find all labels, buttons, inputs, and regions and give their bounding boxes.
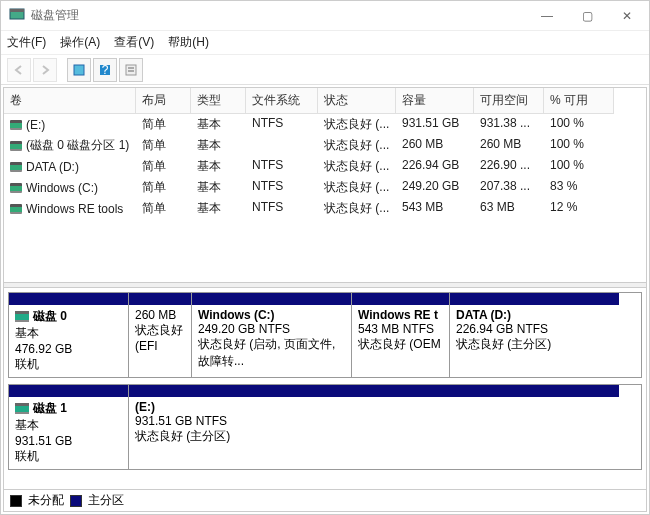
disk-label: 磁盘 1基本931.51 GB联机 bbox=[9, 385, 129, 469]
cell-free: 931.38 ... bbox=[474, 114, 544, 135]
cell-type: 基本 bbox=[191, 156, 246, 177]
help-button[interactable]: ? bbox=[93, 58, 117, 82]
table-row[interactable]: (磁盘 0 磁盘分区 1)简单基本状态良好 (...260 MB260 MB10… bbox=[4, 135, 646, 156]
volume-list-pane: 卷 布局 类型 文件系统 状态 容量 可用空间 % 可用 (E:)简单基本NTF… bbox=[4, 88, 646, 282]
cell-type: 基本 bbox=[191, 135, 246, 156]
cell-volume: Windows RE tools bbox=[26, 202, 123, 216]
col-type[interactable]: 类型 bbox=[191, 88, 246, 114]
cell-volume: Windows (C:) bbox=[26, 181, 98, 195]
cell-status: 状态良好 (... bbox=[318, 156, 396, 177]
cell-fs: NTFS bbox=[246, 177, 318, 198]
close-button[interactable]: ✕ bbox=[607, 1, 647, 31]
cell-status: 状态良好 (... bbox=[318, 177, 396, 198]
disk-label: 磁盘 0基本476.92 GB联机 bbox=[9, 293, 129, 377]
disk-row[interactable]: 磁盘 1基本931.51 GB联机(E:)931.51 GB NTFS状态良好 … bbox=[8, 384, 642, 470]
col-volume[interactable]: 卷 bbox=[4, 88, 136, 114]
col-free[interactable]: 可用空间 bbox=[474, 88, 544, 114]
cell-free: 260 MB bbox=[474, 135, 544, 156]
cell-free: 226.90 ... bbox=[474, 156, 544, 177]
table-row[interactable]: Windows RE tools简单基本NTFS状态良好 (...543 MB6… bbox=[4, 198, 646, 219]
table-row[interactable]: (E:)简单基本NTFS状态良好 (...931.51 GB931.38 ...… bbox=[4, 114, 646, 135]
cell-volume: (磁盘 0 磁盘分区 1) bbox=[26, 137, 129, 154]
cell-fs: NTFS bbox=[246, 198, 318, 219]
disk-map-pane: 磁盘 0基本476.92 GB联机260 MB状态良好 (EFIWindows … bbox=[4, 288, 646, 490]
legend-unallocated: 未分配 bbox=[28, 492, 64, 509]
legend: 未分配 主分区 bbox=[4, 489, 646, 511]
cell-status: 状态良好 (... bbox=[318, 114, 396, 135]
col-status[interactable]: 状态 bbox=[318, 88, 396, 114]
cell-fs: NTFS bbox=[246, 114, 318, 135]
cell-fs bbox=[246, 135, 318, 156]
cell-capacity: 249.20 GB bbox=[396, 177, 474, 198]
partition[interactable]: 260 MB状态良好 (EFI bbox=[129, 293, 191, 377]
legend-primary: 主分区 bbox=[88, 492, 124, 509]
cell-layout: 简单 bbox=[136, 156, 191, 177]
maximize-button[interactable]: ▢ bbox=[567, 1, 607, 31]
volume-icon bbox=[10, 162, 22, 172]
cell-layout: 简单 bbox=[136, 135, 191, 156]
cell-status: 状态良好 (... bbox=[318, 135, 396, 156]
cell-percent: 100 % bbox=[544, 135, 614, 156]
cell-percent: 100 % bbox=[544, 114, 614, 135]
cell-layout: 简单 bbox=[136, 177, 191, 198]
window-title: 磁盘管理 bbox=[31, 7, 527, 24]
back-button[interactable] bbox=[7, 58, 31, 82]
col-capacity[interactable]: 容量 bbox=[396, 88, 474, 114]
legend-swatch-primary bbox=[70, 495, 82, 507]
cell-layout: 简单 bbox=[136, 198, 191, 219]
cell-capacity: 931.51 GB bbox=[396, 114, 474, 135]
volume-icon bbox=[10, 204, 22, 214]
menu-view[interactable]: 查看(V) bbox=[114, 34, 154, 51]
titlebar: 磁盘管理 — ▢ ✕ bbox=[1, 1, 649, 31]
col-layout[interactable]: 布局 bbox=[136, 88, 191, 114]
partition[interactable]: DATA (D:)226.94 GB NTFS状态良好 (主分区) bbox=[449, 293, 619, 377]
cell-volume: (E:) bbox=[26, 118, 45, 132]
partition[interactable]: Windows (C:)249.20 GB NTFS状态良好 (启动, 页面文件… bbox=[191, 293, 351, 377]
cell-fs: NTFS bbox=[246, 156, 318, 177]
menu-action[interactable]: 操作(A) bbox=[60, 34, 100, 51]
svg-rect-2 bbox=[74, 65, 84, 75]
minimize-button[interactable]: — bbox=[527, 1, 567, 31]
volume-rows: (E:)简单基本NTFS状态良好 (...931.51 GB931.38 ...… bbox=[4, 114, 646, 219]
forward-button[interactable] bbox=[33, 58, 57, 82]
svg-text:?: ? bbox=[102, 63, 109, 77]
disk-icon bbox=[15, 311, 29, 322]
cell-free: 207.38 ... bbox=[474, 177, 544, 198]
cell-type: 基本 bbox=[191, 177, 246, 198]
volume-icon bbox=[10, 120, 22, 130]
properties-button[interactable] bbox=[119, 58, 143, 82]
table-row[interactable]: DATA (D:)简单基本NTFS状态良好 (...226.94 GB226.9… bbox=[4, 156, 646, 177]
volume-icon bbox=[10, 183, 22, 193]
svg-rect-5 bbox=[126, 65, 136, 75]
app-icon bbox=[9, 6, 25, 25]
cell-type: 基本 bbox=[191, 198, 246, 219]
toolbar: ? bbox=[1, 55, 649, 85]
menubar: 文件(F) 操作(A) 查看(V) 帮助(H) bbox=[1, 31, 649, 55]
partition[interactable]: Windows RE t543 MB NTFS状态良好 (OEM bbox=[351, 293, 449, 377]
partition[interactable]: (E:)931.51 GB NTFS状态良好 (主分区) bbox=[129, 385, 619, 469]
volume-columns-header: 卷 布局 类型 文件系统 状态 容量 可用空间 % 可用 bbox=[4, 88, 646, 114]
table-row[interactable]: Windows (C:)简单基本NTFS状态良好 (...249.20 GB20… bbox=[4, 177, 646, 198]
cell-status: 状态良好 (... bbox=[318, 198, 396, 219]
disk-icon bbox=[15, 403, 29, 414]
volume-icon bbox=[10, 141, 22, 151]
col-fs[interactable]: 文件系统 bbox=[246, 88, 318, 114]
legend-swatch-unallocated bbox=[10, 495, 22, 507]
refresh-button[interactable] bbox=[67, 58, 91, 82]
cell-free: 63 MB bbox=[474, 198, 544, 219]
svg-rect-1 bbox=[10, 9, 24, 12]
cell-type: 基本 bbox=[191, 114, 246, 135]
content-area: 卷 布局 类型 文件系统 状态 容量 可用空间 % 可用 (E:)简单基本NTF… bbox=[3, 87, 647, 512]
menu-help[interactable]: 帮助(H) bbox=[168, 34, 209, 51]
cell-percent: 12 % bbox=[544, 198, 614, 219]
menu-file[interactable]: 文件(F) bbox=[7, 34, 46, 51]
col-percent[interactable]: % 可用 bbox=[544, 88, 614, 114]
cell-capacity: 260 MB bbox=[396, 135, 474, 156]
cell-percent: 83 % bbox=[544, 177, 614, 198]
cell-capacity: 543 MB bbox=[396, 198, 474, 219]
cell-percent: 100 % bbox=[544, 156, 614, 177]
cell-volume: DATA (D:) bbox=[26, 160, 79, 174]
disk-row[interactable]: 磁盘 0基本476.92 GB联机260 MB状态良好 (EFIWindows … bbox=[8, 292, 642, 378]
cell-layout: 简单 bbox=[136, 114, 191, 135]
cell-capacity: 226.94 GB bbox=[396, 156, 474, 177]
